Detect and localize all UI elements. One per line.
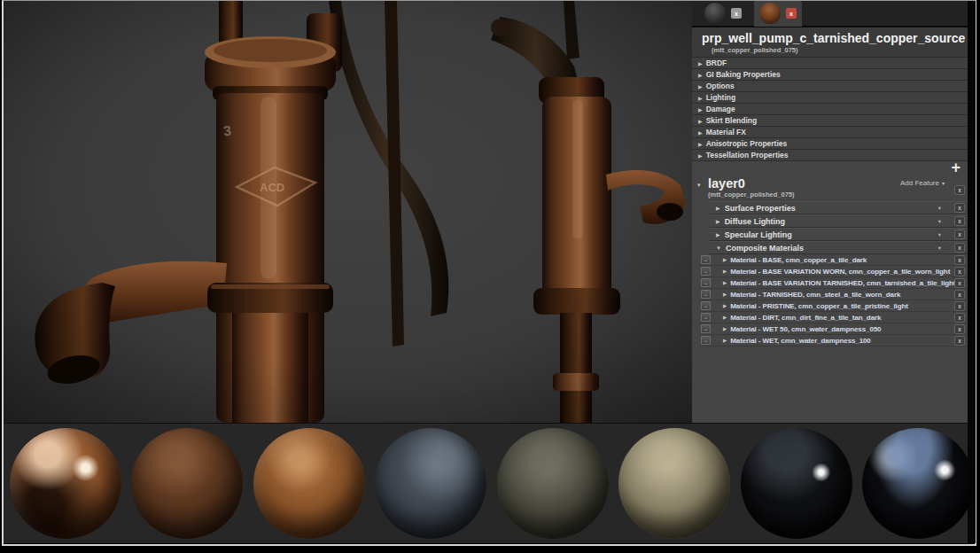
material-row-base-variation-tarnished[interactable]: ↔ ▶ Material - BASE VARIATION TARNISHED,… <box>699 277 968 289</box>
chevron-down-icon[interactable]: ▾ <box>938 245 941 252</box>
remove-group-button[interactable]: x <box>954 216 965 226</box>
remove-group-button[interactable]: x <box>954 243 965 253</box>
chevron-right-icon: ▶ <box>698 83 703 90</box>
group-surface-properties[interactable]: ▶ Surface Properties ▾ x <box>710 201 968 214</box>
swatch-steel-blue-dark[interactable] <box>375 428 486 539</box>
chevron-right-icon: ▶ <box>723 315 727 320</box>
group-specular-lighting[interactable]: ▶ Specular Lighting ▾ x <box>710 228 968 241</box>
swatch-copper-polished[interactable] <box>10 428 121 539</box>
material-toggle-button[interactable]: ↔ <box>701 267 711 276</box>
well-pump-render: ACD 3 <box>4 1 692 423</box>
chevron-right-icon: ▶ <box>698 95 703 101</box>
material-toggle-button[interactable]: ↔ <box>701 255 711 264</box>
tab-material-1-active[interactable]: x <box>754 1 802 27</box>
chevron-down-icon[interactable]: ▾ <box>938 231 941 238</box>
remove-material-button[interactable]: x <box>954 336 965 346</box>
group-composite-materials[interactable]: ▼ Composite Materials ▾ x <box>710 241 968 254</box>
section-options[interactable]: ▶ Options <box>692 81 968 92</box>
remove-material-button[interactable]: x <box>954 290 965 300</box>
add-layer-button[interactable]: + <box>951 159 961 177</box>
chevron-right-icon: ▶ <box>698 60 703 66</box>
remove-group-button[interactable]: x <box>954 203 965 213</box>
remove-material-button[interactable]: x <box>954 267 965 276</box>
chevron-right-icon: ▶ <box>723 326 727 331</box>
swatch-dirt-tan[interactable] <box>618 428 730 539</box>
group-diffuse-lighting[interactable]: ▶ Diffuse Lighting ▾ x <box>710 214 968 228</box>
material-toggle-button[interactable]: ↔ <box>701 336 711 345</box>
chevron-expanded-icon: ▼ <box>716 245 721 251</box>
layer-subtitle: (mtt_copper_polished_075) <box>708 191 962 199</box>
remove-material-button[interactable]: x <box>954 255 965 265</box>
remove-material-button[interactable]: x <box>954 278 965 288</box>
tab-bar: x x <box>692 1 968 27</box>
remove-layer-button[interactable]: x <box>954 185 965 195</box>
chevron-right-icon: ▶ <box>723 280 727 285</box>
application-window: ACD 3 x <box>2 0 976 546</box>
remove-material-button[interactable]: x <box>954 324 965 334</box>
chevron-right-icon: ▶ <box>723 257 727 262</box>
remove-material-button[interactable]: x <box>954 313 965 323</box>
chevron-right-icon: ▶ <box>716 231 720 238</box>
chevron-down-icon: ▾ <box>942 181 945 186</box>
material-swatch-strip <box>4 423 968 543</box>
section-brdf[interactable]: ▶ BRDF <box>692 58 968 69</box>
layer-groups: ▶ Surface Properties ▾ x ▶ Diffuse Light… <box>692 201 968 254</box>
chevron-right-icon: ▶ <box>698 141 703 147</box>
chevron-right-icon: ▶ <box>698 152 703 159</box>
layer0-header[interactable]: ▾ layer0 (mtt_copper_polished_075) Add F… <box>692 176 968 201</box>
material-row-wet[interactable]: ↔ ▶ Material - WET, cmn_water_dampness_1… <box>699 335 968 347</box>
material-toggle-button[interactable]: ↔ <box>701 313 711 322</box>
material-row-base-variation-worn[interactable]: ↔ ▶ Material - BASE VARIATION WORN, cmn_… <box>699 266 968 277</box>
section-anisotropic-properties[interactable]: ▶ Anisotropic Properties <box>692 138 968 150</box>
chevron-right-icon: ▶ <box>698 118 703 124</box>
chevron-right-icon: ▶ <box>723 269 727 274</box>
material-row-dirt[interactable]: ↔ ▶ Material - DIRT, cmn_dirt_fine_a_til… <box>699 312 968 323</box>
material-row-wet-50[interactable]: ↔ ▶ Material - WET 50, cmn_water_dampnes… <box>699 323 968 335</box>
swatch-water-dampness-050[interactable] <box>741 428 852 539</box>
chevron-right-icon: ▶ <box>723 292 727 297</box>
material-toggle-button[interactable]: ↔ <box>701 301 711 310</box>
tab-material-0[interactable]: x <box>699 1 747 27</box>
swatch-steel-worn-dark[interactable] <box>497 428 609 539</box>
material-row-base[interactable]: ↔ ▶ Material - BASE, cmn_copper_a_tile_d… <box>699 254 968 266</box>
material-toggle-button[interactable]: ↔ <box>701 278 711 287</box>
copper-sphere-thumbnail-icon <box>759 3 781 24</box>
section-damage[interactable]: ▶ Damage <box>692 104 968 115</box>
property-sections: ▶ BRDF ▶ GI Baking Properties ▶ Options … <box>692 58 968 161</box>
material-toggle-button[interactable]: ↔ <box>701 324 711 333</box>
add-feature-button[interactable]: Add Feature▾ <box>900 179 945 187</box>
material-row-pristine[interactable]: ↔ ▶ Material - PRISTINE, cmn_copper_a_ti… <box>699 300 968 312</box>
material-editor-panel: x x prp_well_pump_c_tarnished_copper_sou… <box>692 1 968 423</box>
chevron-down-icon[interactable]: ▾ <box>938 205 941 212</box>
swatch-copper-worn[interactable] <box>253 428 365 539</box>
material-header: prp_well_pump_c_tarnished_copper_source … <box>692 27 968 58</box>
composite-materials-list: ↔ ▶ Material - BASE, cmn_copper_a_tile_d… <box>692 254 968 347</box>
chevron-down-icon[interactable]: ▾ <box>938 218 941 225</box>
chevron-right-icon: ▶ <box>698 106 703 113</box>
close-icon[interactable]: x <box>786 8 797 19</box>
section-lighting[interactable]: ▶ Lighting <box>692 92 968 104</box>
dark-sphere-thumbnail-icon <box>704 3 726 24</box>
swatch-water-dampness-100[interactable] <box>862 428 974 539</box>
chevron-right-icon: ▶ <box>716 218 720 224</box>
material-title: prp_well_pump_c_tarnished_copper_source <box>702 31 965 45</box>
chevron-right-icon: ▶ <box>716 205 720 211</box>
remove-material-button[interactable]: x <box>954 301 965 311</box>
chevron-right-icon: ▶ <box>698 72 703 78</box>
material-toggle-button[interactable]: ↔ <box>701 290 711 299</box>
swatch-copper-dark[interactable] <box>131 428 243 539</box>
material-row-tarnished[interactable]: ↔ ▶ Material - TARNISHED, cmn_steel_a_ti… <box>699 289 968 300</box>
remove-group-button[interactable]: x <box>954 230 965 239</box>
chevron-down-icon: ▾ <box>697 182 701 189</box>
chevron-right-icon: ▶ <box>698 129 703 136</box>
material-subtitle: (mtt_copper_polished_075) <box>712 46 962 54</box>
section-gi-baking-properties[interactable]: ▶ GI Baking Properties <box>692 69 968 81</box>
close-icon[interactable]: x <box>731 8 742 19</box>
chevron-right-icon: ▶ <box>723 303 727 308</box>
section-tessellation-properties[interactable]: ▶ Tessellation Properties <box>692 150 968 161</box>
section-material-fx[interactable]: ▶ Material FX <box>692 127 968 138</box>
3d-viewport[interactable]: ACD 3 <box>4 1 692 423</box>
section-skirt-blending[interactable]: ▶ Skirt Blending <box>692 115 968 127</box>
chevron-right-icon: ▶ <box>723 338 727 343</box>
